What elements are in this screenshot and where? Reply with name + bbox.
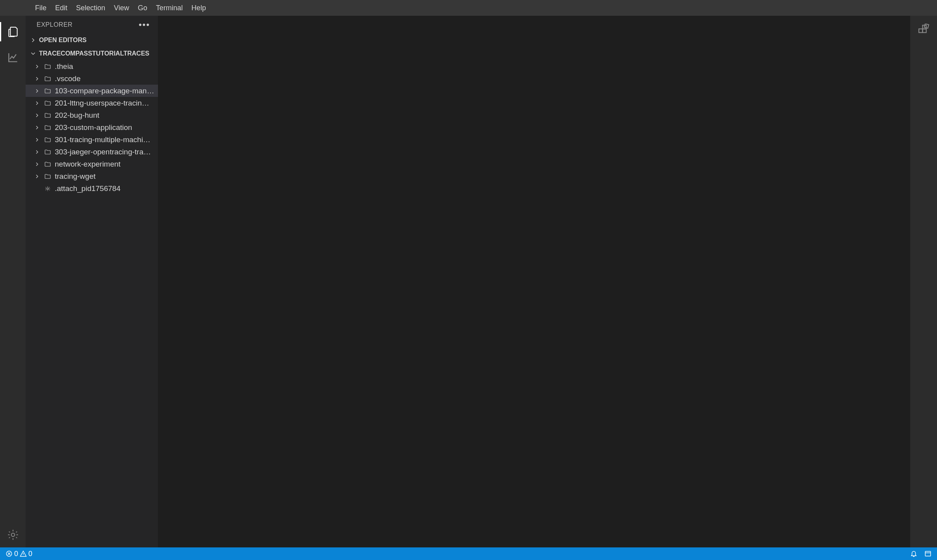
menu-go[interactable]: Go xyxy=(134,0,152,16)
workspace-section[interactable]: TRACECOMPASSTUTORIALTRACES xyxy=(26,47,158,60)
folder-icon xyxy=(44,161,51,168)
folder-icon xyxy=(44,173,51,180)
menu-edit[interactable]: Edit xyxy=(51,0,72,16)
folder-icon xyxy=(44,124,51,131)
tree-folder-theia[interactable]: .theia xyxy=(26,60,158,72)
extensions-icon xyxy=(917,24,930,36)
tree-item-label: 303-jaeger-opentracing-tra… xyxy=(55,148,158,156)
status-layout[interactable] xyxy=(924,550,931,557)
status-notifications[interactable] xyxy=(910,550,917,557)
svg-rect-3 xyxy=(922,29,926,32)
menu-help[interactable]: Help xyxy=(187,0,210,16)
tree-folder-303[interactable]: 303-jaeger-opentracing-tra… xyxy=(26,146,158,158)
files-icon xyxy=(7,26,19,38)
folder-icon xyxy=(44,148,51,156)
tree-folder-vscode[interactable]: .vscode xyxy=(26,72,158,85)
tree-file-attach-pid[interactable]: .attach_pid1756784 xyxy=(26,182,158,195)
chevron-right-icon xyxy=(34,124,40,131)
gear-icon xyxy=(7,528,19,541)
tree-folder-203[interactable]: 203-custom-application xyxy=(26,121,158,134)
chevron-right-icon xyxy=(34,100,40,106)
tree-folder-202[interactable]: 202-bug-hunt xyxy=(26,109,158,121)
status-bar: 0 0 xyxy=(0,547,937,560)
chevron-down-icon xyxy=(30,50,37,57)
status-errors-count: 0 xyxy=(14,550,18,558)
chevron-right-icon xyxy=(34,161,40,167)
folder-icon xyxy=(44,100,51,107)
activity-manage[interactable] xyxy=(0,522,26,547)
status-problems[interactable]: 0 0 xyxy=(6,550,32,558)
folder-icon xyxy=(44,75,51,82)
chevron-right-icon xyxy=(34,137,40,143)
menu-selection[interactable]: Selection xyxy=(72,0,110,16)
explorer-title: EXPLORER xyxy=(37,21,73,28)
warning-icon xyxy=(20,550,27,557)
chevron-right-icon xyxy=(34,63,40,70)
svg-rect-2 xyxy=(919,29,922,32)
tree-item-label: .vscode xyxy=(55,74,158,83)
workspace-label: TRACECOMPASSTUTORIALTRACES xyxy=(39,50,149,57)
menubar: File Edit Selection View Go Terminal Hel… xyxy=(0,0,937,16)
editor-area xyxy=(158,16,910,547)
explorer-more-actions[interactable]: ••• xyxy=(139,20,150,30)
tree-item-label: 202-bug-hunt xyxy=(55,111,158,120)
explorer-sidebar: EXPLORER ••• OPEN EDITORS TRACECOMPASSTU… xyxy=(26,16,158,547)
chevron-right-icon xyxy=(34,173,40,180)
chart-icon xyxy=(7,51,19,64)
tree-folder-103[interactable]: 103-compare-package-man… xyxy=(26,85,158,97)
svg-rect-7 xyxy=(925,551,931,556)
open-editors-section[interactable]: OPEN EDITORS xyxy=(26,33,158,47)
folder-icon xyxy=(44,112,51,119)
svg-point-1 xyxy=(47,187,49,189)
status-warnings-count: 0 xyxy=(28,550,32,558)
tree-folder-network-experiment[interactable]: network-experiment xyxy=(26,158,158,170)
chevron-right-icon xyxy=(34,149,40,155)
chevron-right-icon xyxy=(30,37,37,44)
bell-icon xyxy=(910,550,917,557)
tree-folder-301[interactable]: 301-tracing-multiple-machi… xyxy=(26,134,158,146)
tree-item-label: 103-compare-package-man… xyxy=(55,87,158,95)
layout-icon xyxy=(924,550,931,557)
activity-bar xyxy=(0,16,26,547)
tree-item-label: .theia xyxy=(55,62,158,71)
chevron-right-icon xyxy=(34,112,40,119)
chevron-right-icon xyxy=(34,88,40,94)
activity-trace-chart[interactable] xyxy=(0,45,26,70)
tree-item-label: 301-tracing-multiple-machi… xyxy=(55,135,158,144)
svg-point-0 xyxy=(11,533,15,536)
menu-file[interactable]: File xyxy=(31,0,51,16)
tree-item-label: network-experiment xyxy=(55,160,158,169)
file-tree: .theia .vscode 103-compare-package-man… … xyxy=(26,60,158,547)
menu-view[interactable]: View xyxy=(110,0,134,16)
gear-file-icon xyxy=(44,185,51,192)
activity-explorer[interactable] xyxy=(0,19,26,45)
tree-item-label: 203-custom-application xyxy=(55,123,158,132)
folder-icon xyxy=(44,87,51,95)
tree-folder-201[interactable]: 201-lttng-userspace-tracin… xyxy=(26,97,158,109)
folder-icon xyxy=(44,136,51,143)
error-icon xyxy=(6,550,13,557)
chevron-right-icon xyxy=(34,76,40,82)
tree-folder-tracing-wget[interactable]: tracing-wget xyxy=(26,170,158,182)
menu-terminal[interactable]: Terminal xyxy=(152,0,187,16)
explorer-header: EXPLORER ••• xyxy=(26,16,158,33)
tree-item-label: tracing-wget xyxy=(55,172,158,181)
folder-icon xyxy=(44,63,51,70)
open-editors-label: OPEN EDITORS xyxy=(39,37,87,44)
tree-item-label: .attach_pid1756784 xyxy=(55,184,158,193)
right-extensions-button[interactable] xyxy=(917,24,930,38)
tree-item-label: 201-lttng-userspace-tracin… xyxy=(55,99,158,108)
right-activity-bar xyxy=(910,16,937,547)
